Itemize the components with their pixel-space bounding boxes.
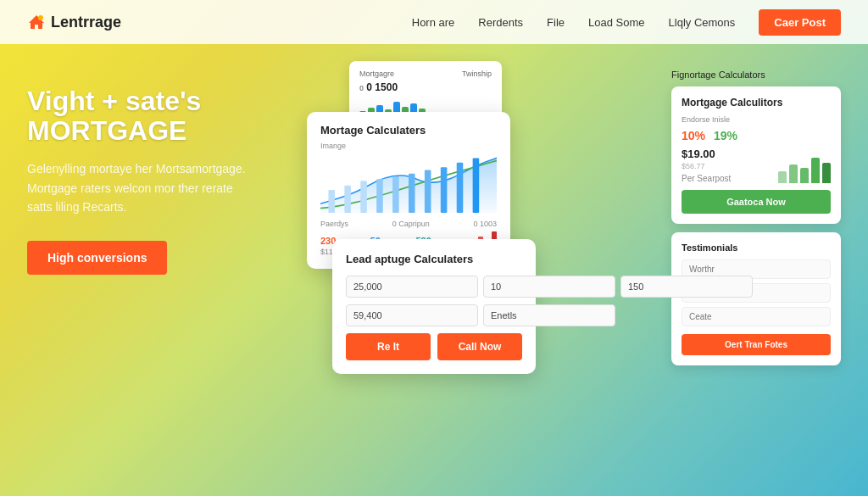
hero-title: Vight + sate's MORTGAGE (27, 86, 281, 146)
rbar-1 (778, 171, 787, 183)
testimonial-submit-button[interactable]: Oert Tran Fotes (682, 334, 831, 355)
card-lead-form: Lead aptuge Calculaters Re It Call Now (332, 239, 536, 374)
rbar-4 (811, 158, 820, 183)
reset-button[interactable]: Re It (346, 333, 431, 360)
main-content: Vight + sate's MORTGAGE Gelenylling mort… (0, 44, 868, 496)
endorse-label: Endorse Inisle (682, 115, 831, 124)
right-panel: Fignortage Calculators Mortgage Calculit… (671, 70, 841, 365)
svg-point-1 (38, 15, 43, 20)
stat-2: 19% (714, 129, 737, 142)
card-main-title: Mortage Calculaters (320, 124, 497, 137)
svg-rect-11 (473, 158, 480, 213)
nav-link-1[interactable]: Horn are (412, 16, 455, 29)
testimonial-field-3[interactable] (682, 307, 831, 326)
form-field-4[interactable] (346, 304, 478, 326)
brand-name: Lentrrage (51, 14, 121, 31)
card-testimonials: Testimonials Oert Tran Fotes (671, 232, 841, 365)
svg-rect-4 (360, 181, 367, 213)
cards-area: Mortgagre Twinship 0 0 1500 Calc (281, 70, 671, 479)
nav-link-4[interactable]: Load Some (588, 16, 645, 29)
rbar-3 (800, 168, 809, 183)
svg-rect-5 (376, 179, 383, 213)
call-now-button[interactable]: Call Now (437, 333, 522, 360)
form-row-1 (346, 276, 522, 298)
form-field-5[interactable] (483, 304, 615, 326)
nav-links: Horn are Rerdents File Load Some Llqly C… (412, 9, 841, 36)
svg-rect-7 (409, 174, 415, 213)
form-field-3[interactable] (620, 276, 753, 298)
card-main-chart (320, 153, 497, 213)
stat-1: 10% (682, 129, 705, 142)
svg-rect-9 (441, 167, 448, 213)
table-col1: Paerdys (320, 220, 348, 228)
card-main-subtitle: Imange (320, 142, 497, 150)
nav-link-2[interactable]: Rerdents (478, 16, 523, 29)
rbar-5 (822, 163, 831, 183)
cta-button[interactable]: Caer Post (759, 9, 841, 36)
right-bar-chart (778, 149, 831, 183)
table-col3: 0 1003 (473, 220, 497, 228)
stat-pct2: 19% (714, 129, 737, 142)
svg-rect-6 (392, 176, 399, 213)
right-card-title: Mortgage Calculitors (682, 97, 831, 109)
hero-cta-button[interactable]: High conversions (27, 241, 167, 275)
nav-link-3[interactable]: File (547, 16, 565, 29)
card-small-label1: Mortgagre (359, 70, 394, 78)
svg-rect-10 (457, 163, 464, 213)
svg-rect-8 (425, 170, 431, 213)
svg-rect-3 (344, 186, 351, 213)
hero-section: Vight + sate's MORTGAGE Gelenylling mort… (27, 70, 281, 275)
form-row-2 (346, 304, 522, 326)
navbar: Lentrrage Horn are Rerdents File Load So… (0, 0, 868, 44)
right-section-title: Fignortage Calculators (671, 70, 841, 80)
table-col2: 0 Capripun (392, 220, 430, 228)
right-per-label: Per Searpost (682, 174, 737, 183)
logo: Lentrrage (27, 13, 121, 31)
logo-icon (27, 13, 46, 31)
right-price-sub: $56.77 (682, 162, 737, 170)
right-stats-area: 10% 19% $19.00 $56.77 Per Searpost (682, 129, 737, 183)
card-small-label2: Twinship (462, 70, 492, 78)
testimonials-title: Testimonials (682, 242, 831, 253)
nav-link-5[interactable]: Llqly Cemons (669, 16, 736, 29)
rbar-2 (789, 164, 798, 183)
form-title: Lead aptuge Calculaters (346, 253, 522, 265)
stat-pct1: 10% (682, 129, 705, 142)
svg-rect-2 (328, 190, 335, 213)
form-field-2[interactable] (483, 276, 615, 298)
form-buttons: Re It Call Now (346, 333, 522, 360)
form-field-1[interactable] (346, 276, 478, 298)
card-small-value: 0 0 1500 (359, 81, 492, 93)
card-right-mortgage: Mortgage Calculitors Endorse Inisle 10% … (671, 86, 841, 224)
gaatoca-button[interactable]: Gaatoca Now (682, 190, 831, 214)
right-price: $19.00 (682, 148, 737, 160)
hero-description: Gelenylling mortaye her Mortsamortgage. … (27, 159, 248, 216)
